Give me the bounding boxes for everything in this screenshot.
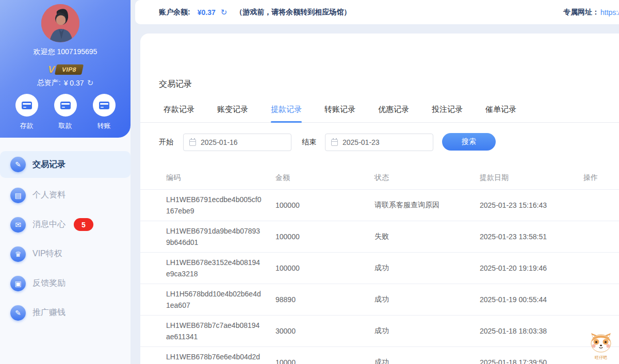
sidebar-menu-label: VIP特权 xyxy=(32,249,62,259)
record-tab[interactable]: 账变记录 xyxy=(217,105,248,122)
table-body: LH1WEB6791ecdbe4b005cf0167ebe9 100000 请联… xyxy=(140,189,619,364)
record-tab-label: 催单记录 xyxy=(485,105,516,113)
shiba-dog-icon xyxy=(589,333,613,353)
welcome-text: 欢迎您 1007195695 xyxy=(0,47,131,57)
cell-amount: 100000 xyxy=(275,233,374,241)
site-url-link[interactable]: https:// xyxy=(600,8,619,16)
end-date-input[interactable]: 2025-01-23 xyxy=(325,134,433,151)
customer-service-mascot[interactable]: 旺仔吧 xyxy=(588,333,614,360)
cell-status: 成功 xyxy=(374,358,480,364)
record-tab-label: 存款记录 xyxy=(164,105,194,113)
sidebar-menu-label: 交易记录 xyxy=(32,159,66,170)
transfer-card-icon xyxy=(99,102,109,109)
balance-label: 账户余额: xyxy=(159,8,190,17)
start-date-value: 2025-01-16 xyxy=(201,138,238,146)
record-tab-label: 提款记录 xyxy=(271,105,302,113)
sidebar-menu-item[interactable]: ▣ 反馈奖励 xyxy=(0,269,131,298)
sidebar-menu: ✎ 交易记录 ▤ 个人资料 ✉ 消息中心 5 ♛ VIP特权 ▣ 反馈奖励 ✎ xyxy=(0,151,131,327)
date-filter-row: 开始 2025-01-16 结束 2025-01-23 搜索 xyxy=(140,133,619,152)
sidebar-menu-item[interactable]: ♛ VIP特权 xyxy=(0,239,131,269)
sidebar-menu-label: 反馈奖励 xyxy=(32,278,66,289)
page-title: 交易记录 xyxy=(159,79,192,90)
total-assets: 总资产: ¥ 0.37 ↻ xyxy=(0,78,131,88)
record-tab-label: 账变记录 xyxy=(217,105,248,113)
transactions-icon: ✎ xyxy=(10,157,26,172)
sidebar-menu-item[interactable]: ✎ 交易记录 xyxy=(0,151,131,178)
site-url-label: 专属网址： xyxy=(563,8,599,17)
cell-id: LH1WEB6791ecdbe4b005cf0167ebe9 xyxy=(166,194,262,217)
balance-value: ¥0.37 xyxy=(198,8,216,16)
refresh-balance-icon[interactable]: ↻ xyxy=(221,8,227,17)
profile-icon: ▤ xyxy=(10,188,26,203)
col-header-amount: 金额 xyxy=(275,173,374,183)
record-tab[interactable]: 投注记录 xyxy=(432,105,463,122)
record-tab[interactable]: 存款记录 xyxy=(164,105,194,122)
unread-count-badge: 5 xyxy=(74,218,93,231)
cell-status: 失败 xyxy=(374,232,480,241)
sidebar-menu-item[interactable]: ▤ 个人资料 xyxy=(0,180,131,210)
record-tab[interactable]: 转账记录 xyxy=(324,105,355,122)
feedback-icon: ▣ xyxy=(10,276,26,291)
col-header-date: 提款日期 xyxy=(480,173,583,183)
sidebar-menu-item[interactable]: ✎ 推广赚钱 xyxy=(0,298,131,327)
record-tab[interactable]: 提款记录 xyxy=(271,105,302,122)
search-button[interactable]: 搜索 xyxy=(442,133,496,151)
quick-action-button[interactable]: 取款 xyxy=(54,94,77,130)
cell-date: 2025-01-19 00:55:44 xyxy=(480,295,583,304)
cell-status: 成功 xyxy=(374,326,480,336)
sidebar-menu-label: 推广赚钱 xyxy=(32,307,66,318)
calendar-icon xyxy=(331,139,338,146)
end-date-value: 2025-01-23 xyxy=(343,138,380,146)
start-date-label: 开始 xyxy=(159,138,173,147)
messages-icon: ✉ xyxy=(10,217,26,233)
withdraw-wallet-icon xyxy=(60,102,71,109)
cell-amount: 100000 xyxy=(275,201,374,209)
deposit-card-icon xyxy=(22,102,32,109)
cell-date: 2025-01-18 17:39:50 xyxy=(480,358,583,364)
col-header-id: 编码 xyxy=(166,173,275,183)
cell-status: 成功 xyxy=(374,295,480,304)
vip-logo-icon: V xyxy=(48,64,55,75)
cell-amount: 98890 xyxy=(275,295,374,304)
table-row: LH1WEB6791da9be4b078939b646d01 100000 失败… xyxy=(140,221,619,252)
refresh-assets-icon[interactable]: ↻ xyxy=(87,78,94,88)
table-row: LH1WEB678e3152e4b08194e9ca3218 100000 成功… xyxy=(140,252,619,284)
record-tab[interactable]: 优惠记录 xyxy=(378,105,409,122)
record-tab-label: 投注记录 xyxy=(432,105,463,113)
quick-action-label: 转账 xyxy=(97,121,111,130)
assets-value: ¥ 0.37 xyxy=(64,79,84,87)
cell-date: 2025-01-18 18:03:38 xyxy=(480,327,583,335)
calendar-icon xyxy=(189,139,196,146)
topbar: 账户余额: ¥0.37 ↻ （游戏前，请将余额转到相应场馆） 专属网址： htt… xyxy=(135,0,619,24)
promote-icon: ✎ xyxy=(10,305,26,321)
quick-action-button[interactable]: 转账 xyxy=(93,94,116,130)
col-header-status: 状态 xyxy=(374,173,480,183)
cell-status: 请联系客服查询原因 xyxy=(374,201,480,210)
avatar-image xyxy=(41,4,79,42)
quick-action-button[interactable]: 存款 xyxy=(15,94,38,130)
transaction-records-card: 交易记录 存款记录 账变记录 提款记录 转账记录 优惠记录 投注记录 催单记录 … xyxy=(140,34,619,364)
quick-action-label: 取款 xyxy=(59,121,72,130)
start-date-input[interactable]: 2025-01-16 xyxy=(183,134,291,151)
sidebar-menu-item[interactable]: ✉ 消息中心 5 xyxy=(0,210,131,239)
col-header-action: 操作 xyxy=(583,173,619,183)
balance-note: （游戏前，请将余额转到相应场馆） xyxy=(235,8,351,17)
avatar[interactable] xyxy=(41,4,79,42)
table-row: LH1WEB6791ecdbe4b005cf0167ebe9 100000 请联… xyxy=(140,189,619,221)
cell-id: LH1WEB678e3152e4b08194e9ca3218 xyxy=(166,257,262,279)
cell-id: LH1WEB678b7c7ae4b08194ae611341 xyxy=(166,320,262,342)
sidebar-menu-label: 消息中心 xyxy=(32,219,66,230)
withdrawals-table: 编码 金额 状态 提款日期 操作 LH1WEB6791ecdbe4b005cf0… xyxy=(140,167,619,364)
sidebar-hero-panel: 欢迎您 1007195695 V VIP8 总资产: ¥ 0.37 ↻ 存款 取… xyxy=(0,0,131,138)
quick-actions: 存款 取款 转账 xyxy=(0,94,131,130)
cell-date: 2025-01-23 13:58:51 xyxy=(480,233,583,241)
record-tab-label: 优惠记录 xyxy=(378,105,409,113)
assets-label: 总资产: xyxy=(37,78,61,88)
cell-amount: 10000 xyxy=(275,358,374,364)
sidebar: 欢迎您 1007195695 V VIP8 总资产: ¥ 0.37 ↻ 存款 取… xyxy=(0,0,131,364)
vip-level-label: VIP8 xyxy=(55,64,84,75)
record-tabs: 存款记录 账变记录 提款记录 转账记录 优惠记录 投注记录 催单记录 xyxy=(140,105,619,123)
cell-amount: 30000 xyxy=(275,327,374,335)
record-tab[interactable]: 催单记录 xyxy=(485,105,516,122)
table-row: LH1WEB678b76e6e4b04d2d78547fcc 10000 成功 … xyxy=(140,346,619,364)
